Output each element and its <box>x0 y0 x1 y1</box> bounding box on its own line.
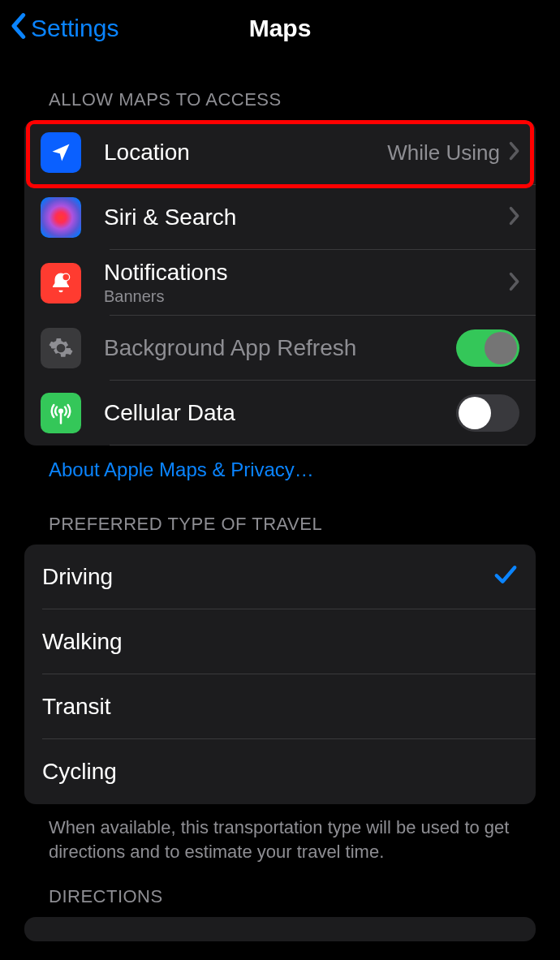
travel-option-transit[interactable]: Transit <box>24 674 536 739</box>
option-label: Transit <box>42 694 111 720</box>
location-label: Location <box>104 140 190 166</box>
row-background-refresh: Background App Refresh <box>24 316 536 381</box>
refresh-label: Background App Refresh <box>104 335 356 361</box>
access-group: Location While Using Siri & Search Notif… <box>24 120 536 446</box>
svg-point-1 <box>63 273 70 280</box>
cellular-toggle[interactable] <box>456 394 519 432</box>
cellular-label: Cellular Data <box>104 400 235 426</box>
checkmark-icon <box>493 564 518 591</box>
siri-label: Siri & Search <box>104 204 236 230</box>
row-notifications[interactable]: Notifications Banners <box>24 250 536 316</box>
chevron-right-icon <box>508 272 519 295</box>
option-label: Walking <box>42 629 123 655</box>
notifications-sub: Banners <box>104 287 228 306</box>
travel-option-walking[interactable]: Walking <box>24 609 536 674</box>
antenna-icon <box>41 393 81 433</box>
section-header-directions: DIRECTIONS <box>0 863 560 917</box>
location-value: While Using <box>387 140 500 166</box>
option-label: Cycling <box>42 759 117 785</box>
siri-icon <box>41 197 81 238</box>
directions-group <box>24 917 536 941</box>
notifications-label: Notifications <box>104 260 228 286</box>
chevron-right-icon <box>508 141 519 164</box>
section-header-travel: PREFERRED TYPE OF TRAVEL <box>0 481 560 545</box>
nav-bar: Settings Maps <box>0 0 560 57</box>
row-siri[interactable]: Siri & Search <box>24 185 536 250</box>
option-label: Driving <box>42 564 113 590</box>
travel-footer: When available, this transportation type… <box>0 804 560 863</box>
row-cellular: Cellular Data <box>24 381 536 446</box>
location-arrow-icon <box>41 132 81 173</box>
row-location[interactable]: Location While Using <box>24 120 536 185</box>
page-title: Maps <box>0 15 560 42</box>
travel-group: Driving Walking Transit Cycling <box>24 545 536 804</box>
bell-icon <box>41 263 81 303</box>
travel-option-cycling[interactable]: Cycling <box>24 739 536 804</box>
chevron-right-icon <box>508 206 519 229</box>
refresh-toggle[interactable] <box>456 329 519 367</box>
section-header-access: ALLOW MAPS TO ACCESS <box>0 57 560 120</box>
travel-option-driving[interactable]: Driving <box>24 545 536 609</box>
privacy-link[interactable]: About Apple Maps & Privacy… <box>49 458 314 480</box>
gear-icon <box>41 328 81 368</box>
